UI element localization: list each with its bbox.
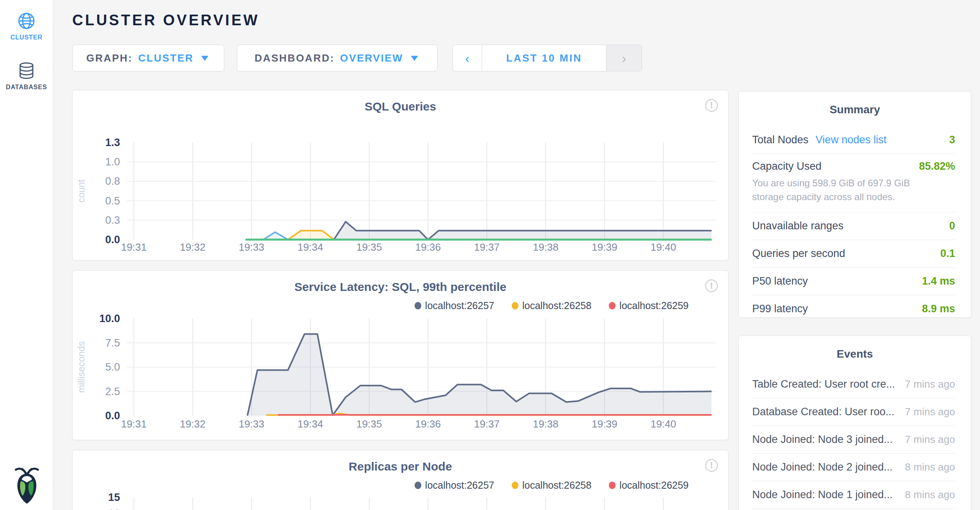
legend-dot-icon — [512, 482, 518, 489]
sidebar-item-cluster[interactable]: CLUSTER — [0, 0, 53, 41]
event-time: 8 mins ago — [905, 461, 955, 473]
chevron-down-icon: ▼ — [199, 53, 212, 63]
info-icon[interactable]: ! — [705, 99, 718, 112]
summary-value: 1.4 ms — [922, 275, 955, 287]
summary-row-p50-latency: P50 latency 1.4 ms — [752, 268, 955, 295]
svg-text:19:40: 19:40 — [650, 418, 676, 430]
legend-label: localhost:26258 — [522, 480, 591, 491]
graph-dropdown-label: GRAPH: — [86, 52, 133, 64]
legend-item[interactable]: localhost:26258 — [512, 480, 591, 491]
dashboard-dropdown[interactable]: DASHBOARD: OVERVIEW ▼ — [237, 45, 437, 71]
event-time: 7 mins ago — [905, 433, 955, 446]
graph-dropdown-value: CLUSTER — [138, 52, 193, 64]
legend-dot-icon — [609, 302, 616, 309]
chart-card-sql-queries: SQL Queries ! 19:3119:3219:3319:3419:351… — [72, 90, 728, 261]
summary-value: 3 — [949, 134, 955, 146]
summary-label: Queries per second — [752, 248, 845, 260]
svg-text:19:31: 19:31 — [121, 418, 146, 430]
legend-label: localhost:26257 — [425, 480, 494, 491]
event-row[interactable]: Node Joined: Node 2 joined... 8 mins ago — [752, 454, 955, 481]
replicas-per-node-chart[interactable]: 1510 — [73, 492, 729, 510]
summary-label: P99 latency — [752, 303, 808, 315]
chart-card-replicas-per-node: Replicas per Node ! localhost:26257local… — [72, 450, 728, 510]
summary-label: Capacity Used — [752, 160, 822, 172]
legend-item[interactable]: localhost:26257 — [415, 300, 494, 311]
summary-rows: Total Nodes View nodes list 3 Capacity U… — [752, 126, 955, 323]
svg-text:10.0: 10.0 — [99, 313, 120, 324]
database-icon — [17, 62, 36, 80]
svg-text:19:36: 19:36 — [415, 418, 441, 430]
summary-label: Unavailable ranges — [752, 220, 843, 232]
svg-text:19:37: 19:37 — [474, 241, 499, 253]
svg-text:0.0: 0.0 — [105, 234, 120, 246]
chart-legend: localhost:26257localhost:26258localhost:… — [415, 479, 689, 491]
chevron-down-icon: ▼ — [408, 53, 422, 63]
svg-text:19:38: 19:38 — [533, 241, 558, 253]
event-row[interactable]: Node Joined: Node 3 joined... 7 mins ago — [752, 426, 955, 454]
legend-label: localhost:26259 — [620, 480, 689, 491]
summary-row-unavailable-ranges: Unavailable ranges 0 — [752, 212, 955, 240]
svg-text:7.5: 7.5 — [105, 337, 120, 349]
service-latency-chart[interactable]: 19:3119:3219:3319:3419:3519:3619:3719:38… — [73, 312, 729, 436]
info-icon[interactable]: ! — [705, 459, 718, 472]
svg-text:19:39: 19:39 — [591, 418, 617, 430]
svg-text:1.3: 1.3 — [105, 138, 120, 148]
page-title: CLUSTER OVERVIEW — [72, 12, 259, 29]
summary-row-total-nodes: Total Nodes View nodes list 3 — [752, 126, 955, 154]
app-root: CLUSTER DATABASES — [0, 0, 980, 510]
summary-row-queries-per-second: Queries per second 0.1 — [752, 240, 955, 268]
summary-row-capacity-used: Capacity Used 85.82% You are using 598.9… — [752, 154, 955, 212]
event-row[interactable]: Database Created: User roo... 7 mins ago — [752, 398, 955, 426]
svg-text:10: 10 — [108, 508, 120, 510]
svg-text:0.8: 0.8 — [105, 175, 120, 187]
event-time: 7 mins ago — [905, 378, 955, 390]
summary-value: 8.9 ms — [922, 303, 955, 315]
legend-dot-icon — [512, 302, 518, 309]
svg-text:19:39: 19:39 — [591, 241, 617, 253]
legend-item[interactable]: localhost:26259 — [609, 300, 689, 311]
capacity-note: You are using 598.9 GiB of 697.9 GiB sto… — [752, 176, 938, 204]
globe-icon — [17, 12, 36, 30]
event-text: Node Joined: Node 3 joined... — [752, 433, 893, 446]
info-icon[interactable]: ! — [705, 279, 718, 292]
svg-text:19:34: 19:34 — [297, 418, 323, 430]
events-panel: Events Table Created: User root cre... 7… — [738, 336, 971, 510]
graph-dropdown[interactable]: GRAPH: CLUSTER ▼ — [72, 45, 224, 71]
dashboard-dropdown-label: DASHBOARD: — [255, 52, 335, 64]
svg-text:2.5: 2.5 — [105, 386, 120, 398]
svg-text:5.0: 5.0 — [105, 361, 120, 373]
summary-panel: Summary Total Nodes View nodes list 3 Ca… — [738, 91, 971, 318]
chart-card-service-latency: Service Latency: SQL, 99th percentile ! … — [72, 270, 728, 440]
event-row[interactable]: Table Created: User root cre... 7 mins a… — [752, 371, 955, 398]
svg-text:count: count — [76, 179, 86, 202]
svg-text:0.0: 0.0 — [105, 410, 120, 422]
svg-text:1.0: 1.0 — [105, 156, 120, 168]
cockroach-icon — [12, 464, 42, 505]
summary-label: Total Nodes — [752, 134, 809, 146]
svg-text:19:35: 19:35 — [356, 241, 382, 253]
svg-text:19:37: 19:37 — [474, 418, 499, 430]
time-range-selector: ‹ LAST 10 MIN › — [452, 45, 642, 71]
event-rows: Table Created: User root cre... 7 mins a… — [752, 371, 955, 509]
legend-label: localhost:26259 — [620, 300, 689, 311]
event-text: Database Created: User roo... — [752, 406, 894, 418]
view-nodes-list-link[interactable]: View nodes list — [816, 134, 887, 146]
sql-queries-chart[interactable]: 19:3119:3219:3319:3419:3519:3619:3719:38… — [73, 138, 729, 257]
time-range-label[interactable]: LAST 10 MIN — [482, 45, 606, 71]
sidebar-item-databases[interactable]: DATABASES — [0, 41, 53, 91]
dashboard-dropdown-value: OVERVIEW — [340, 52, 403, 64]
time-prev-button[interactable]: ‹ — [453, 45, 482, 71]
svg-text:19:32: 19:32 — [180, 241, 205, 253]
event-time: 7 mins ago — [905, 406, 955, 418]
main-content: CLUSTER OVERVIEW GRAPH: CLUSTER ▼ DASHBO… — [54, 0, 980, 510]
legend-item[interactable]: localhost:26257 — [415, 480, 494, 491]
legend-item[interactable]: localhost:26259 — [609, 480, 689, 491]
event-row[interactable]: Node Joined: Node 1 joined... 8 mins ago — [752, 481, 955, 509]
legend-label: localhost:26258 — [522, 300, 591, 311]
cockroachdb-logo[interactable] — [0, 464, 53, 507]
sidebar: CLUSTER DATABASES — [0, 0, 53, 510]
legend-item[interactable]: localhost:26258 — [512, 300, 591, 311]
time-next-button[interactable]: › — [606, 45, 642, 71]
chart-legend: localhost:26257localhost:26258localhost:… — [415, 299, 689, 312]
events-heading: Events — [739, 336, 971, 360]
